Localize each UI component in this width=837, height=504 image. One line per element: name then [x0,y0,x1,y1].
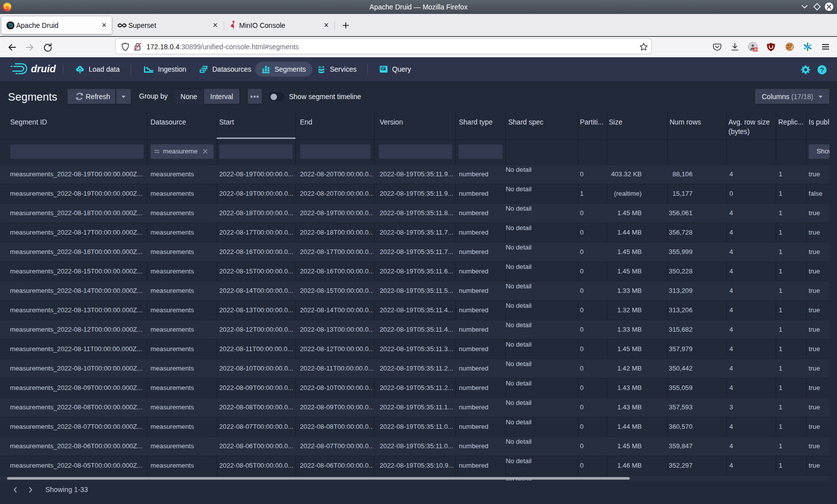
svg-text:?: ? [820,66,824,74]
